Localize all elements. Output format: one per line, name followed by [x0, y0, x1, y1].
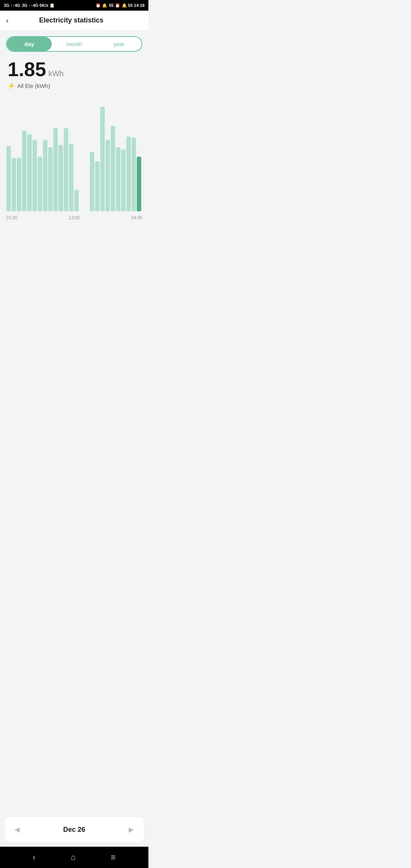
bar-20[interactable] — [105, 140, 110, 211]
bar-14[interactable] — [74, 190, 79, 211]
bar-1[interactable] — [6, 146, 11, 211]
status-icons: ⏰ 🔔 — [96, 3, 107, 8]
ele-label-text: All Ele (kWh) — [17, 83, 50, 89]
kwh-unit: kWh — [48, 69, 64, 78]
bar-3[interactable] — [17, 158, 21, 211]
bar-26[interactable] — [137, 157, 141, 211]
bar-5[interactable] — [27, 134, 32, 211]
kwh-display: 1.85 kWh — [8, 59, 141, 79]
chart-x-labels: 01:00 13:00 24:00 — [5, 213, 144, 220]
bar-2[interactable] — [12, 158, 16, 211]
tab-day[interactable]: day — [7, 37, 52, 51]
x-label-end: 24:00 — [131, 215, 142, 220]
bar-chart — [5, 97, 144, 211]
back-button[interactable]: ‹ — [6, 16, 12, 25]
bar-23[interactable] — [121, 150, 126, 211]
status-left: 3G ↑↑4G 3G ↑↑4G 0K/s 📋 — [4, 3, 55, 8]
bar-17[interactable] — [90, 152, 94, 211]
tab-month[interactable]: month — [52, 37, 97, 51]
bar-12[interactable] — [64, 128, 68, 211]
bar-10[interactable] — [53, 128, 58, 211]
bar-19[interactable] — [100, 107, 105, 211]
bar-18[interactable] — [95, 161, 100, 211]
tab-bar: day month year — [6, 36, 142, 52]
app-header: ‹ Electricity statistics — [0, 11, 148, 30]
bar-8[interactable] — [43, 140, 48, 211]
stats-section: 1.85 kWh ⚡ All Ele (kWh) — [0, 56, 148, 91]
bar-11[interactable] — [59, 145, 63, 211]
kwh-number: 1.85 — [8, 59, 46, 79]
bar-22[interactable] — [116, 147, 121, 211]
ele-label: ⚡ All Ele (kWh) — [8, 82, 141, 89]
clock: ⏰ 🔔 55 14:18 — [115, 3, 145, 8]
page-title: Electricity statistics — [12, 16, 131, 24]
x-label-mid: 13:00 — [68, 215, 80, 220]
battery-indicator: 55 — [109, 3, 113, 8]
tab-year[interactable]: year — [97, 37, 142, 51]
x-label-start: 01:00 — [6, 215, 18, 220]
bar-13[interactable] — [69, 144, 73, 211]
bar-21[interactable] — [111, 126, 115, 211]
bar-6[interactable] — [32, 140, 37, 211]
bar-7[interactable] — [38, 157, 42, 211]
nav-back-icon[interactable]: ‹ — [33, 852, 35, 862]
bar-4[interactable] — [22, 131, 27, 211]
signal-icon: 3G ↑↑4G — [4, 3, 20, 8]
status-right: ⏰ 🔔 55 ⏰ 🔔 55 14:18 — [96, 3, 145, 8]
nav-menu-icon[interactable]: ≡ — [111, 852, 116, 862]
next-date-button[interactable]: ▶ — [125, 824, 138, 835]
prev-date-button[interactable]: ◀ — [11, 824, 24, 835]
speed-indicator: 3G ↑↑4G 0K/s 📋 — [22, 3, 55, 8]
chart-container: 01:00 13:00 24:00 — [0, 91, 148, 811]
bar-25[interactable] — [132, 138, 136, 211]
date-nav: ◀ Dec 26 ▶ — [5, 817, 144, 842]
bolt-icon: ⚡ — [8, 82, 15, 89]
bar-24[interactable] — [126, 137, 131, 211]
status-bar: 3G ↑↑4G 3G ↑↑4G 0K/s 📋 ⏰ 🔔 55 ⏰ 🔔 55 14:… — [0, 0, 148, 11]
current-date: Dec 26 — [63, 826, 85, 834]
nav-home-icon[interactable]: ⌂ — [71, 852, 76, 862]
bottom-nav: ‹ ⌂ ≡ — [0, 847, 148, 868]
bar-9[interactable] — [48, 147, 53, 211]
